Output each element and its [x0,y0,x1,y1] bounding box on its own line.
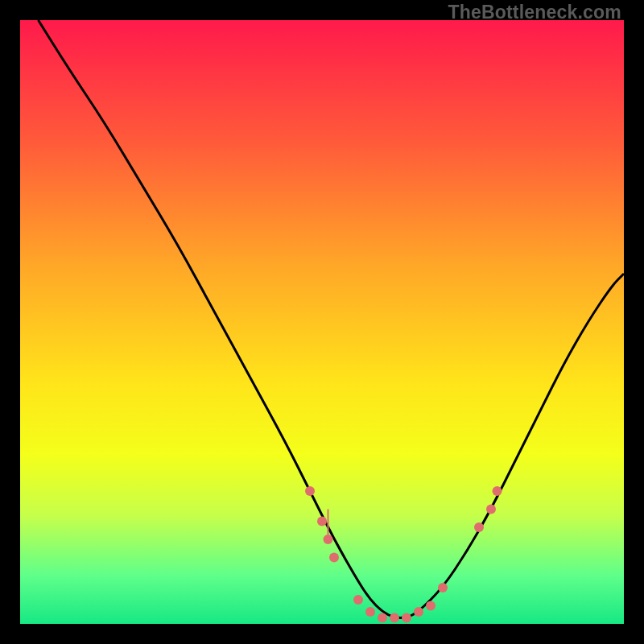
highlight-point [414,607,423,617]
highlight-point [493,486,502,496]
bottleneck-chart [20,20,624,624]
highlight-point [324,535,333,544]
highlight-point [474,522,484,532]
highlight-point [486,505,496,514]
highlight-point [353,595,363,605]
highlight-point [329,553,339,563]
highlight-point [317,517,327,526]
watermark-text: TheBottleneck.com [448,2,621,23]
gradient-background [20,20,624,624]
highlight-point [365,607,375,617]
highlight-point [378,613,387,623]
highlight-point [426,601,436,611]
chart-frame [20,20,624,624]
highlight-point [402,613,411,623]
highlight-point [305,486,315,496]
highlight-point [438,583,448,592]
highlight-point [390,613,399,623]
